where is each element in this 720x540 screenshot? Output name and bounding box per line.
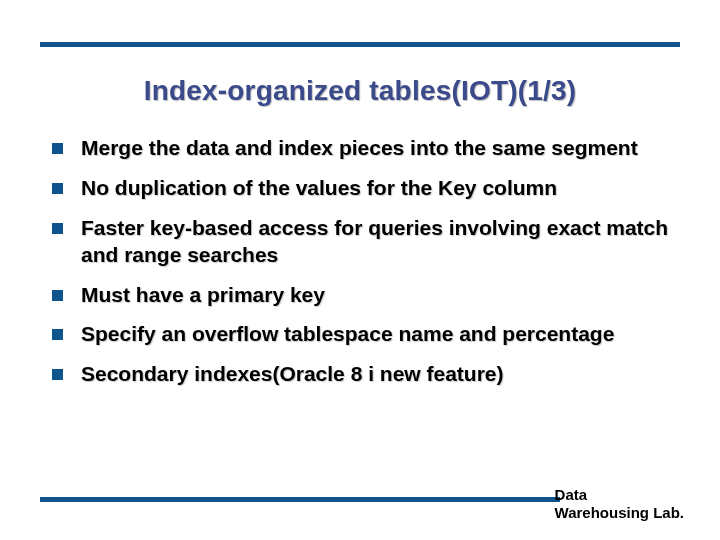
- list-item: Faster key-based access for queries invo…: [52, 215, 680, 269]
- slide-title: Index-organized tables(IOT)(1/3): [0, 75, 720, 107]
- bullet-text: Specify an overflow tablespace name and …: [81, 321, 680, 348]
- bullet-text: Merge the data and index pieces into the…: [81, 135, 680, 162]
- bullet-square-icon: [52, 223, 63, 234]
- list-item: Secondary indexes(Oracle 8 i new feature…: [52, 361, 680, 388]
- bullet-square-icon: [52, 143, 63, 154]
- bullet-square-icon: [52, 369, 63, 380]
- bullet-square-icon: [52, 329, 63, 340]
- footer-line2: Warehousing Lab.: [555, 504, 684, 522]
- bottom-divider: [40, 497, 560, 502]
- list-item: Specify an overflow tablespace name and …: [52, 321, 680, 348]
- bullet-text: Must have a primary key: [81, 282, 680, 309]
- bullet-square-icon: [52, 290, 63, 301]
- bullet-text: No duplication of the values for the Key…: [81, 175, 680, 202]
- list-item: No duplication of the values for the Key…: [52, 175, 680, 202]
- list-item: Must have a primary key: [52, 282, 680, 309]
- bullet-list: Merge the data and index pieces into the…: [52, 135, 680, 401]
- top-divider: [40, 42, 680, 47]
- bullet-text: Secondary indexes(Oracle 8 i new feature…: [81, 361, 680, 388]
- bullet-square-icon: [52, 183, 63, 194]
- list-item: Merge the data and index pieces into the…: [52, 135, 680, 162]
- footer-line1: Data: [555, 486, 684, 504]
- footer-label: Data Warehousing Lab.: [555, 486, 684, 522]
- bullet-text: Faster key-based access for queries invo…: [81, 215, 680, 269]
